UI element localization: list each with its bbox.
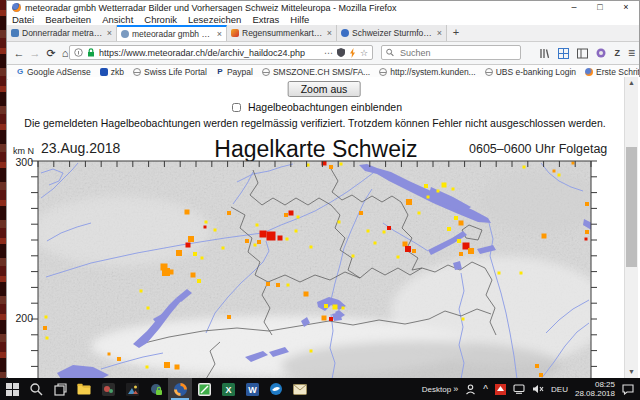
tab-close-icon[interactable]: × [437, 28, 442, 38]
menu-hilfe[interactable]: Hilfe [290, 14, 309, 25]
hail-cell [222, 247, 225, 250]
bookmark-google-adsense[interactable]: G Google AdSense [16, 67, 91, 77]
bookmark-system-kunden[interactable]: http://system.kunden... [379, 67, 476, 77]
page-actions-icon[interactable]: ⋯ [324, 48, 333, 58]
start-button[interactable] [0, 378, 24, 400]
search-input[interactable] [398, 47, 516, 59]
hail-cell [342, 307, 345, 310]
bookmark-swiss-life[interactable]: Swiss Life Portal [133, 67, 207, 77]
security-app-icon[interactable] [144, 378, 168, 400]
hail-cell [553, 170, 556, 173]
system-tray: Desktop » ^ DEU 08:25 [422, 380, 640, 398]
tab-donnerradar[interactable]: Donnerradar metradar - Regen... × [7, 25, 117, 41]
maximize-button[interactable]: □ [587, 1, 613, 14]
tab-sturmforum[interactable]: Schweizer Sturmforum - Antw... × [337, 25, 447, 41]
zotero-icon[interactable]: Z [614, 48, 620, 58]
menu-bearbeiten[interactable]: Bearbeiten [45, 14, 91, 25]
back-button[interactable]: ← [11, 45, 27, 61]
firefox-icon [585, 68, 593, 76]
hail-cell [427, 196, 430, 199]
menu-ansicht[interactable]: Ansicht [102, 14, 133, 25]
https-lock-icon[interactable] [87, 48, 95, 57]
vertical-scrollbar: ▲ ▼ [624, 77, 638, 378]
hail-cell [162, 268, 170, 276]
scroll-down-arrow[interactable]: ▼ [625, 366, 638, 378]
tray-expand-icon[interactable]: ^ [483, 384, 488, 395]
tab-close-icon[interactable]: × [327, 28, 332, 38]
bookmark-paypal[interactable]: P Paypal [216, 67, 253, 77]
hail-cell [310, 246, 313, 249]
scrollbar-thumb[interactable] [626, 147, 637, 267]
bookmark-ubs[interactable]: UBS e-banking Login [485, 67, 576, 77]
hail-cell [201, 257, 204, 260]
hail-cell [322, 316, 327, 321]
image-editor-icon[interactable] [192, 378, 216, 400]
menu-extras[interactable]: Extras [252, 14, 279, 25]
pocket-lightning-icon[interactable] [349, 48, 356, 58]
desktop-peek-label[interactable]: Desktop » [422, 384, 459, 394]
hail-map[interactable]: km N 23.Aug.2018 Hagelkarte Schweiz 0605… [8, 134, 624, 379]
firefox-taskbar-icon[interactable] [168, 378, 192, 400]
language-indicator[interactable]: DEU [551, 385, 568, 394]
network-icon[interactable] [513, 384, 525, 394]
tab-close-icon[interactable]: × [217, 29, 222, 39]
search-icon [386, 48, 394, 57]
bookmark-zkb[interactable]: zkb [100, 67, 124, 77]
tab-grid-extension-icon[interactable] [558, 48, 569, 59]
hail-cell [45, 316, 48, 319]
hail-observations-checkbox[interactable] [232, 103, 241, 112]
taskbar-clock[interactable]: 08:25 28.08.2018 [575, 380, 615, 398]
new-tab-button[interactable]: + [447, 25, 465, 41]
bookmark-favicon: G [16, 68, 24, 76]
zoom-out-button[interactable]: Zoom aus [288, 81, 361, 97]
taskbar-search-icon[interactable] [24, 378, 48, 400]
hail-cell [324, 304, 328, 308]
hail-cell [310, 350, 313, 353]
bookmark-star-icon[interactable]: ☆ [360, 48, 368, 58]
action-center-icon[interactable] [622, 384, 634, 395]
library-icon[interactable] [539, 48, 550, 59]
tab-meteoradar-active[interactable]: meteoradar gmbh Wetterradar × [117, 25, 227, 41]
bookmark-erste-schritte[interactable]: Erste Schritte [585, 67, 639, 77]
menu-chronik[interactable]: Chronik [144, 14, 177, 25]
people-icon[interactable] [465, 384, 476, 395]
url-text[interactable]: https://www.meteoradar.ch/de/archiv_hail… [99, 48, 320, 58]
volume-muted-icon[interactable] [532, 384, 544, 394]
extension-icon[interactable] [596, 48, 606, 58]
globe-icon [485, 68, 493, 76]
hail-cell [254, 244, 257, 247]
hail-cell [329, 317, 333, 321]
file-explorer-icon[interactable] [72, 378, 96, 400]
antivirus-tray-icon[interactable] [495, 384, 506, 395]
thunderbird-icon[interactable] [264, 378, 288, 400]
bookmark-smszone[interactable]: SMSZONE.CH SMS/FA... [262, 67, 370, 77]
site-info-icon[interactable] [74, 48, 83, 57]
sidebar-toggle-icon[interactable] [577, 48, 588, 59]
menu-datei[interactable]: Datei [12, 14, 34, 25]
mail-icon[interactable] [288, 378, 312, 400]
clock-date: 28.08.2018 [575, 389, 615, 398]
word-icon[interactable]: W [240, 378, 264, 400]
shield-icon[interactable] [337, 48, 345, 57]
tab-label: meteoradar gmbh Wetterradar [132, 29, 214, 39]
hamburger-menu-icon[interactable]: ≡ [628, 46, 635, 60]
hail-cell [405, 246, 411, 252]
hail-cell [572, 162, 575, 165]
close-button[interactable]: × [613, 1, 639, 14]
menu-lesezeichen[interactable]: Lesezeichen [188, 14, 241, 25]
task-view-icon[interactable] [48, 378, 72, 400]
media-app-icon[interactable] [96, 378, 120, 400]
forward-button[interactable]: → [27, 45, 43, 61]
minimize-button[interactable]: – [561, 1, 587, 14]
hail-cell [452, 188, 455, 191]
screen: meteoradar gmbh Wetterradar Bilder und V… [0, 0, 640, 400]
tab-regensummenkarten[interactable]: Regensummenkarten Schweiz × [227, 25, 337, 41]
search-bar[interactable] [381, 45, 521, 60]
hail-cell [333, 305, 338, 310]
hail-cell [304, 292, 309, 297]
excel-icon[interactable]: X [216, 378, 240, 400]
scroll-up-arrow[interactable]: ▲ [625, 77, 638, 89]
tab-close-icon[interactable]: × [107, 28, 112, 38]
photos-app-icon[interactable] [120, 378, 144, 400]
url-bar[interactable]: https://www.meteoradar.ch/de/archiv_hail… [69, 45, 373, 60]
